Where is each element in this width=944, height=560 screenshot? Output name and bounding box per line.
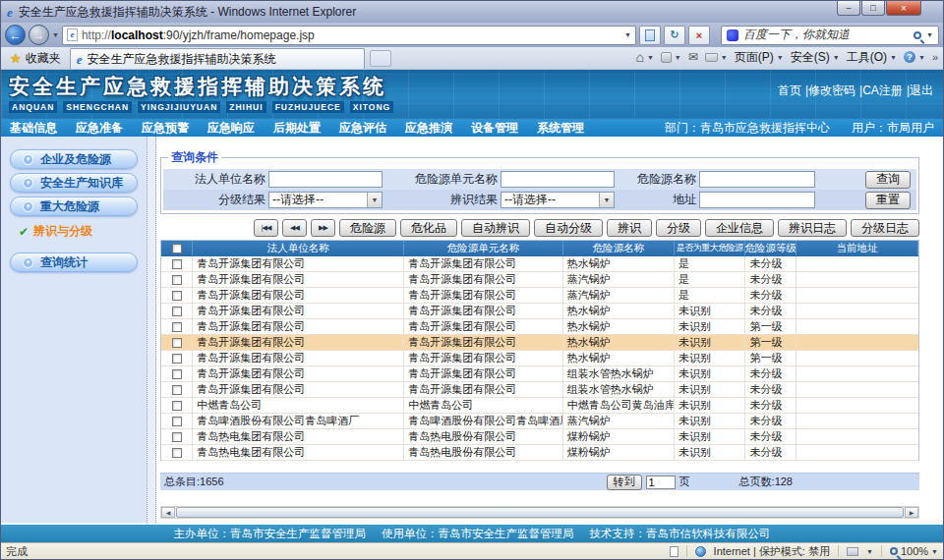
header-link[interactable]: 首页 [778, 83, 801, 99]
row-checkbox[interactable] [172, 385, 182, 395]
search-button[interactable]: 查询 [865, 171, 911, 189]
sidebar-group-button[interactable]: ▼ 安全生产知识库 [10, 173, 138, 193]
zoom-control[interactable]: 100% ▼ [890, 545, 938, 557]
header-link[interactable]: |退出 [907, 83, 933, 99]
table-row[interactable]: 青岛啤酒股份有限公司青岛啤酒厂 青岛啤酒股份有限公司青岛啤酒厂 蒸汽锅炉 未识别… [161, 414, 918, 429]
forward-button[interactable]: → [29, 25, 49, 45]
address-dropdown-icon[interactable]: ▼ [624, 31, 631, 38]
scroll-right-icon[interactable]: ▶ [905, 507, 918, 518]
page-menu-dropdown-icon[interactable]: ▼ [777, 54, 784, 61]
row-checkbox[interactable] [172, 322, 182, 332]
feeds-icon[interactable] [661, 52, 672, 63]
sidebar-item-identification-grading[interactable]: ✔ 辨识与分级 [19, 223, 92, 240]
select-all-checkbox[interactable] [172, 244, 182, 253]
goto-page-button[interactable]: 转到 [607, 475, 642, 490]
header-link[interactable]: |修改密码 [805, 83, 856, 99]
toolbar-button[interactable]: 辨识 [607, 219, 652, 237]
table-row[interactable]: 青岛开源集团有限公司 青岛开源集团有限公司 热水锅炉 未识别 第一级 [161, 335, 918, 351]
tools-menu[interactable]: 工具(O) [847, 49, 887, 66]
page-number-input[interactable] [646, 476, 676, 489]
row-checkbox[interactable] [172, 291, 182, 301]
menu-item[interactable]: 后期处置 [273, 120, 321, 137]
refresh-button[interactable]: ↻ [664, 26, 685, 45]
row-checkbox[interactable] [172, 275, 182, 285]
table-row[interactable]: 青岛开源集团有限公司 青岛开源集团有限公司 热水锅炉 是 未分级 [161, 256, 918, 272]
search-icon[interactable] [914, 31, 921, 39]
address-input[interactable] [699, 192, 815, 208]
row-checkbox[interactable] [172, 369, 182, 379]
toolbar-button[interactable]: 危险源 [339, 219, 396, 237]
minimize-button[interactable]: – [837, 1, 860, 16]
safety-menu-dropdown-icon[interactable]: ▼ [833, 54, 840, 61]
table-row[interactable]: 青岛开源集团有限公司 青岛开源集团有限公司 蒸汽锅炉 是 未分级 [161, 272, 918, 288]
help-dropdown-icon[interactable]: ▼ [918, 54, 925, 61]
menu-item[interactable]: 系统管理 [537, 120, 584, 137]
menu-item[interactable]: 设备管理 [471, 120, 518, 137]
home-icon[interactable]: ⌂ [635, 49, 643, 65]
pager-button[interactable]: ◀◀ [282, 219, 307, 237]
table-row[interactable]: 青岛开源集团有限公司 青岛开源集团有限公司 组装水管热水锅炉 未识别 未分级 [161, 382, 918, 398]
back-button[interactable]: ← [5, 25, 26, 45]
home-dropdown-icon[interactable]: ▼ [647, 54, 654, 61]
toolbar-button[interactable]: 企业信息 [705, 219, 774, 237]
print-dropdown-icon[interactable]: ▼ [721, 54, 728, 61]
legal-entity-input[interactable] [268, 171, 383, 188]
row-checkbox[interactable] [172, 354, 182, 364]
feeds-dropdown-icon[interactable]: ▼ [675, 54, 681, 61]
search-input[interactable]: 百度一下，你就知道 [743, 27, 850, 43]
pager-button[interactable]: |◀◀ [254, 219, 278, 237]
stop-button[interactable]: × [688, 26, 710, 45]
menu-item[interactable]: 应急响应 [207, 120, 255, 137]
hazard-name-input[interactable] [699, 171, 815, 188]
menu-item[interactable]: 应急推演 [405, 120, 452, 137]
address-bar[interactable]: e http://localhost:90/yjzh/frame/homepag… [62, 26, 636, 45]
grading-result-select[interactable]: --请选择-- ▼ [268, 192, 383, 208]
menu-item[interactable]: 应急评估 [339, 120, 386, 137]
table-row[interactable]: 青岛热电集团有限公司 青岛热电股份有限公司 煤粉锅炉 未识别 未分级 [161, 445, 918, 461]
zoom-dropdown-icon[interactable]: ▼ [931, 548, 938, 555]
scroll-left-icon[interactable]: ◀ [161, 507, 175, 518]
table-row[interactable]: 青岛开源集团有限公司 青岛开源集团有限公司 热水锅炉 未识别 第一级 [161, 351, 918, 366]
more-commands-icon[interactable]: » [932, 51, 938, 63]
favorites-button[interactable]: ★ 收藏夹 [6, 48, 65, 68]
table-row[interactable]: 青岛开源集团有限公司 青岛开源集团有限公司 热水锅炉 未识别 未分级 [161, 304, 918, 319]
menu-item[interactable]: 应急准备 [76, 120, 123, 137]
horizontal-scrollbar[interactable]: ◀ ▶ [160, 506, 919, 519]
row-checkbox[interactable] [172, 401, 182, 411]
toolbar-button[interactable]: 分级日志 [851, 219, 919, 237]
search-options-dropdown-icon[interactable]: ▼ [926, 31, 933, 38]
table-row[interactable]: 青岛开源集团有限公司 青岛开源集团有限公司 热水锅炉 未识别 第一级 [161, 319, 918, 335]
table-row[interactable]: 青岛开源集团有限公司 青岛开源集团有限公司 组装水管热水锅炉 未识别 未分级 [161, 366, 918, 382]
scrollbar-thumb[interactable] [176, 507, 904, 518]
close-button[interactable]: × [886, 1, 921, 16]
toolbar-button[interactable]: 自动分级 [534, 219, 603, 237]
maximize-button[interactable]: □ [861, 1, 885, 16]
toolbar-button[interactable]: 自动辨识 [461, 219, 530, 237]
hazard-unit-input[interactable] [501, 171, 615, 188]
print-icon[interactable] [705, 53, 718, 62]
mail-icon[interactable]: ✉ [688, 50, 698, 64]
new-tab-button[interactable] [370, 50, 391, 67]
row-checkbox[interactable] [172, 432, 182, 442]
active-tab[interactable]: e 安全生产应急救援指挥辅助决策系统 [70, 48, 365, 69]
row-checkbox[interactable] [172, 307, 182, 316]
toolbar-button[interactable]: 分级 [656, 219, 701, 237]
toolbar-button[interactable]: 辨识日志 [778, 219, 847, 237]
menu-item[interactable]: 应急预警 [142, 120, 189, 137]
status-options-dropdown-icon[interactable]: ▼ [866, 548, 873, 555]
row-checkbox[interactable] [172, 448, 182, 458]
tools-menu-dropdown-icon[interactable]: ▼ [890, 54, 897, 61]
table-row[interactable]: 青岛开源集团有限公司 青岛开源集团有限公司 蒸汽锅炉 是 未分级 [161, 288, 918, 304]
sidebar-group-button[interactable]: ▼ 企业及危险源 [10, 149, 138, 169]
status-options-icon[interactable] [847, 547, 858, 556]
menu-item[interactable]: 基础信息 [10, 120, 57, 137]
sidebar-group-button[interactable]: ▼ 重大危险源 [10, 196, 138, 216]
header-link[interactable]: |CA注册 [859, 83, 903, 99]
safety-menu[interactable]: 安全(S) [791, 49, 830, 66]
sidebar-group-button[interactable]: ▼ 查询统计 [10, 252, 138, 272]
toolbar-button[interactable]: 危化品 [400, 219, 457, 237]
pager-button[interactable]: ▶▶ [311, 219, 335, 237]
table-row[interactable]: 青岛热电集团有限公司 青岛热电股份有限公司 煤粉锅炉 未识别 未分级 [161, 429, 918, 445]
reset-button[interactable]: 重置 [865, 192, 911, 209]
search-box[interactable]: 百度一下，你就知道 ▼ [721, 26, 939, 45]
